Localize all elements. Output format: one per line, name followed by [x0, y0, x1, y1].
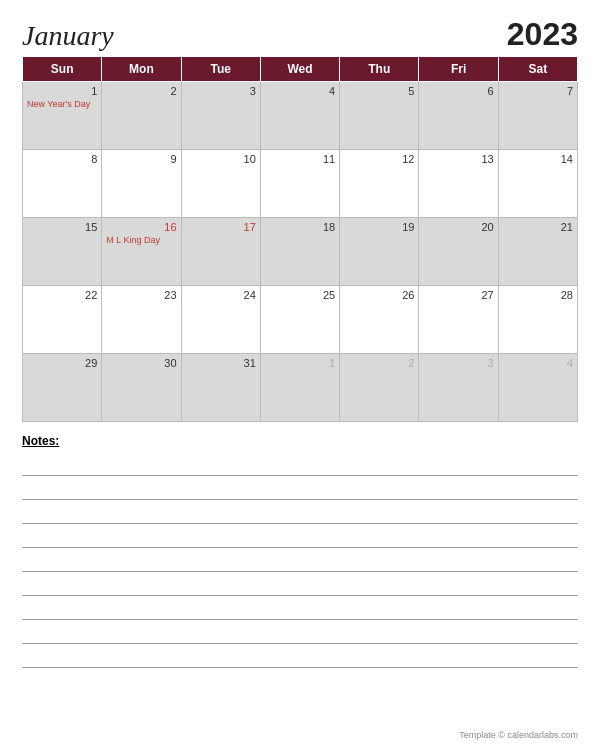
- calendar-day: 18: [260, 218, 339, 286]
- day-number: 28: [503, 289, 573, 301]
- day-number: 13: [423, 153, 493, 165]
- calendar-week-row: 1516M L King Day1718192021: [23, 218, 578, 286]
- calendar-day: 4: [498, 354, 577, 422]
- calendar-day: 23: [102, 286, 181, 354]
- calendar-day: 1New Year's Day: [23, 82, 102, 150]
- col-sun: Sun: [23, 57, 102, 82]
- calendar-day: 22: [23, 286, 102, 354]
- note-line: [22, 500, 578, 524]
- col-fri: Fri: [419, 57, 498, 82]
- calendar-day: 19: [340, 218, 419, 286]
- calendar-day: 16M L King Day: [102, 218, 181, 286]
- note-line: [22, 572, 578, 596]
- note-line: [22, 644, 578, 668]
- day-number: 3: [186, 85, 256, 97]
- day-number: 18: [265, 221, 335, 233]
- note-lines: [22, 452, 578, 668]
- day-number: 30: [106, 357, 176, 369]
- day-number: 1: [27, 85, 97, 97]
- calendar-day: 1: [260, 354, 339, 422]
- day-number: 8: [27, 153, 97, 165]
- note-line: [22, 452, 578, 476]
- col-mon: Mon: [102, 57, 181, 82]
- notes-label: Notes:: [22, 434, 578, 448]
- year-title: 2023: [507, 18, 578, 50]
- calendar-table: Sun Mon Tue Wed Thu Fri Sat 1New Year's …: [22, 56, 578, 422]
- day-number: 2: [106, 85, 176, 97]
- weekday-header-row: Sun Mon Tue Wed Thu Fri Sat: [23, 57, 578, 82]
- calendar-day: 31: [181, 354, 260, 422]
- day-number: 24: [186, 289, 256, 301]
- calendar-day: 8: [23, 150, 102, 218]
- day-number: 31: [186, 357, 256, 369]
- calendar-day: 7: [498, 82, 577, 150]
- calendar-day: 9: [102, 150, 181, 218]
- day-number: 4: [503, 357, 573, 369]
- calendar-day: 21: [498, 218, 577, 286]
- note-line: [22, 548, 578, 572]
- day-number: 22: [27, 289, 97, 301]
- day-number: 17: [186, 221, 256, 233]
- day-number: 12: [344, 153, 414, 165]
- calendar-day: 2: [102, 82, 181, 150]
- calendar-week-row: 1New Year's Day234567: [23, 82, 578, 150]
- calendar-day: 28: [498, 286, 577, 354]
- calendar-day: 3: [419, 354, 498, 422]
- note-line: [22, 596, 578, 620]
- day-number: 23: [106, 289, 176, 301]
- notes-section: Notes:: [22, 434, 578, 726]
- note-line: [22, 476, 578, 500]
- calendar-day: 2: [340, 354, 419, 422]
- day-number: 26: [344, 289, 414, 301]
- calendar-day: 26: [340, 286, 419, 354]
- day-number: 4: [265, 85, 335, 97]
- calendar-day: 3: [181, 82, 260, 150]
- calendar-day: 4: [260, 82, 339, 150]
- calendar-day: 15: [23, 218, 102, 286]
- day-number: 16: [106, 221, 176, 233]
- day-number: 9: [106, 153, 176, 165]
- calendar-header: January 2023: [22, 18, 578, 50]
- calendar-day: 24: [181, 286, 260, 354]
- day-number: 29: [27, 357, 97, 369]
- col-sat: Sat: [498, 57, 577, 82]
- day-number: 27: [423, 289, 493, 301]
- calendar-day: 5: [340, 82, 419, 150]
- calendar-day: 14: [498, 150, 577, 218]
- day-number: 19: [344, 221, 414, 233]
- note-line: [22, 524, 578, 548]
- day-number: 6: [423, 85, 493, 97]
- day-number: 21: [503, 221, 573, 233]
- col-wed: Wed: [260, 57, 339, 82]
- day-number: 5: [344, 85, 414, 97]
- holiday-label: M L King Day: [106, 235, 176, 247]
- day-number: 20: [423, 221, 493, 233]
- month-title: January: [22, 22, 114, 50]
- calendar-week-row: 891011121314: [23, 150, 578, 218]
- day-number: 10: [186, 153, 256, 165]
- page: January 2023 Sun Mon Tue Wed Thu Fri Sat…: [0, 0, 600, 750]
- calendar-day: 17: [181, 218, 260, 286]
- day-number: 2: [344, 357, 414, 369]
- calendar-day: 13: [419, 150, 498, 218]
- holiday-label: New Year's Day: [27, 99, 97, 111]
- day-number: 14: [503, 153, 573, 165]
- day-number: 15: [27, 221, 97, 233]
- calendar-day: 20: [419, 218, 498, 286]
- calendar-day: 11: [260, 150, 339, 218]
- day-number: 25: [265, 289, 335, 301]
- calendar-week-row: 22232425262728: [23, 286, 578, 354]
- day-number: 3: [423, 357, 493, 369]
- calendar-day: 25: [260, 286, 339, 354]
- day-number: 1: [265, 357, 335, 369]
- col-thu: Thu: [340, 57, 419, 82]
- calendar-week-row: 2930311234: [23, 354, 578, 422]
- day-number: 11: [265, 153, 335, 165]
- calendar-day: 6: [419, 82, 498, 150]
- calendar-day: 12: [340, 150, 419, 218]
- calendar-day: 29: [23, 354, 102, 422]
- note-line: [22, 620, 578, 644]
- col-tue: Tue: [181, 57, 260, 82]
- day-number: 7: [503, 85, 573, 97]
- calendar-day: 10: [181, 150, 260, 218]
